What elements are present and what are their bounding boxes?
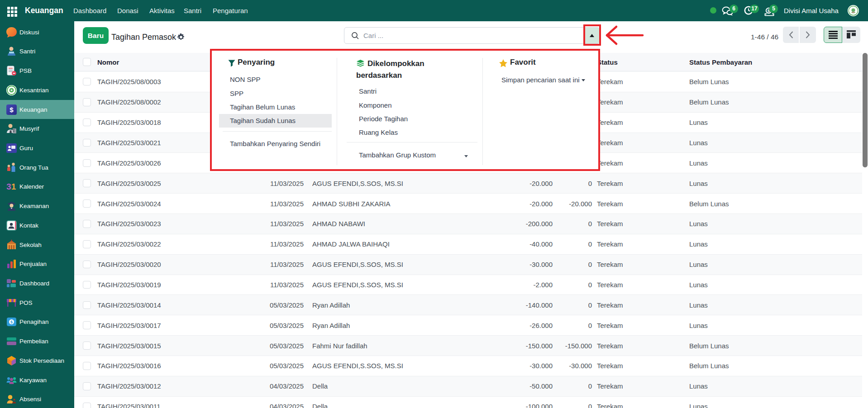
svg-text:$: $ — [10, 106, 14, 114]
svg-text:$: $ — [10, 320, 13, 324]
svg-text:3: 3 — [6, 182, 11, 191]
svg-text:1: 1 — [11, 182, 16, 191]
